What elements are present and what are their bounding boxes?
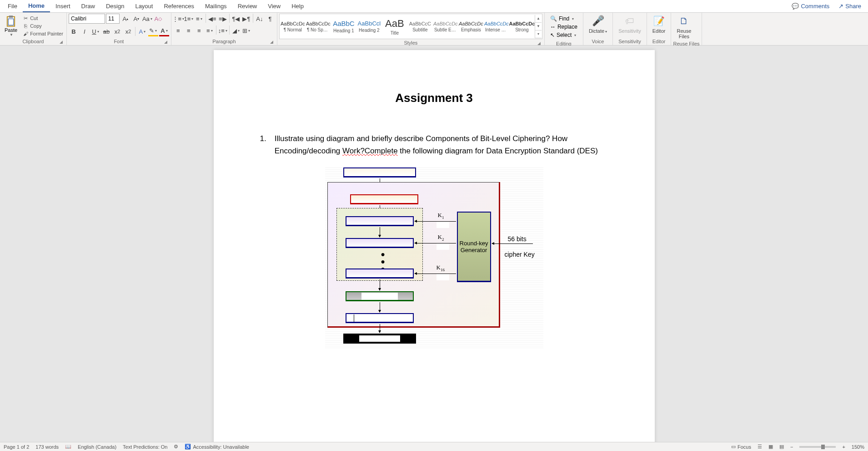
dictate-button[interactable]: 🎤 Dictate▾ <box>585 14 611 35</box>
superscript-button[interactable]: x2 <box>123 26 133 36</box>
bold-button[interactable]: B <box>69 26 79 36</box>
group-editor: 📝 Editor Editor <box>647 13 672 45</box>
show-marks-button[interactable]: ¶ <box>265 14 275 24</box>
style-item-5[interactable]: AaBbCcCSubtitle <box>407 15 433 38</box>
gallery-up[interactable]: ▲ <box>535 15 542 23</box>
shading-button[interactable]: ◢▾ <box>231 25 241 35</box>
reuse-icon: 🗋 <box>677 15 690 27</box>
select-button[interactable]: ↖Select▾ <box>548 31 578 39</box>
styles-gallery: AaBbCcDc¶ NormalAaBbCcDc¶ No Spac...AaBb… <box>279 14 542 39</box>
brush-icon: 🖌 <box>22 30 29 37</box>
cut-button[interactable]: ✂Cut <box>21 15 65 22</box>
find-button[interactable]: 🔍Find▾ <box>548 15 576 23</box>
line-spacing-button[interactable]: ↕≡▾ <box>218 25 228 35</box>
comments-button[interactable]: 💬Comments <box>787 1 834 11</box>
style-item-7[interactable]: AaBbCcDcEmphasis <box>458 15 484 38</box>
group-clipboard: Paste ▼ ✂Cut ⎘Copy 🖌Format Painter Clipb… <box>0 13 67 45</box>
tab-draw[interactable]: Draw <box>76 0 100 12</box>
tab-design[interactable]: Design <box>100 0 130 12</box>
subscript-button[interactable]: x2 <box>112 26 122 36</box>
decrease-indent-button[interactable]: ◀≡ <box>207 14 217 24</box>
ltr-button[interactable]: ¶◀ <box>231 14 241 24</box>
borders-button[interactable]: ⊞▾ <box>241 25 251 35</box>
italic-button[interactable]: I <box>80 26 90 36</box>
multilevel-icon: ≡ <box>196 15 200 22</box>
style-item-8[interactable]: AaBbCcDcIntense E... <box>484 15 509 38</box>
style-item-4[interactable]: AaBTitle <box>382 15 407 38</box>
font-name-select[interactable] <box>69 14 105 24</box>
bullets-button[interactable]: ⋮≡▾ <box>173 14 183 24</box>
styles-launcher[interactable]: ◢ <box>537 41 542 46</box>
text-effects-button[interactable]: A▾ <box>137 26 147 36</box>
tab-insert[interactable]: Insert <box>50 0 76 12</box>
tab-home[interactable]: Home <box>23 0 50 12</box>
align-left-button[interactable]: ≡ <box>173 25 183 35</box>
search-icon: 🔍 <box>550 15 557 22</box>
style-item-0[interactable]: AaBbCcDc¶ Normal <box>280 15 306 38</box>
gallery-more[interactable]: ▾ <box>535 30 542 38</box>
group-voice: 🎤 Dictate▾ Voice <box>583 13 613 45</box>
sensitivity-icon: 🏷 <box>623 15 636 27</box>
ribbon: Paste ▼ ✂Cut ⎘Copy 🖌Format Painter Clipb… <box>0 13 868 46</box>
ribbon-tabs: File Home Insert Draw Design Layout Refe… <box>0 0 868 13</box>
justify-button[interactable]: ≡▾ <box>205 25 215 35</box>
align-center-button[interactable]: ≡ <box>184 25 194 35</box>
comment-icon: 💬 <box>792 3 799 10</box>
copy-icon: ⎘ <box>22 23 29 29</box>
underline-button[interactable]: U▾ <box>90 26 100 36</box>
tab-mailings[interactable]: Mailings <box>200 0 232 12</box>
font-size-select[interactable] <box>106 14 120 24</box>
tab-help[interactable]: Help <box>286 0 309 12</box>
multilevel-button[interactable]: ≡▾ <box>194 14 204 24</box>
chevron-down-icon: ▼ <box>10 33 13 37</box>
rtl-button[interactable]: ▶¶ <box>241 14 251 24</box>
style-item-2[interactable]: AaBbCHeading 1 <box>331 15 356 38</box>
font-launcher[interactable]: ◢ <box>164 40 168 44</box>
gallery-down[interactable]: ▼ <box>535 23 542 30</box>
bullets-icon: ⋮≡ <box>172 15 182 22</box>
style-item-3[interactable]: AaBbCclHeading 2 <box>356 15 382 38</box>
group-reuse: 🗋 Reuse Files Reuse Files <box>671 13 702 45</box>
group-paragraph: ⋮≡▾ 1≡▾ ≡▾ ◀≡ ≡▶ ¶◀ ▶¶ A↓ ¶ ≡ ≡ ≡ ≡▾ ↕≡▾ <box>171 13 277 45</box>
sensitivity-button[interactable]: 🏷 Sensitivity <box>615 14 645 35</box>
group-editing: 🔍Find▾ ↔Replace ↖Select▾ Editing <box>545 13 583 45</box>
style-item-1[interactable]: AaBbCcDc¶ No Spac... <box>306 15 331 38</box>
font-color-button[interactable]: A▾ <box>159 26 169 36</box>
highlight-button[interactable]: ✎▾ <box>148 26 158 36</box>
replace-button[interactable]: ↔Replace <box>548 23 579 31</box>
grow-font-button[interactable]: A▴ <box>120 14 130 24</box>
format-painter-button[interactable]: 🖌Format Painter <box>21 30 65 37</box>
copy-button[interactable]: ⎘Copy <box>21 22 65 30</box>
group-styles: AaBbCcDc¶ NormalAaBbCcDc¶ No Spac...AaBb… <box>277 13 545 45</box>
align-right-button[interactable]: ≡ <box>194 25 204 35</box>
replace-icon: ↔ <box>550 24 556 30</box>
sort-button[interactable]: A↓ <box>255 14 265 24</box>
increase-indent-button[interactable]: ≡▶ <box>218 14 228 24</box>
numbering-button[interactable]: 1≡▾ <box>184 14 194 24</box>
paste-icon <box>5 15 17 27</box>
tab-view[interactable]: View <box>262 0 286 12</box>
svg-rect-2 <box>8 19 14 25</box>
shrink-font-button[interactable]: A▾ <box>131 14 141 24</box>
editor-button[interactable]: 📝 Editor <box>649 14 669 35</box>
style-item-9[interactable]: AaBbCcDcStrong <box>509 15 535 38</box>
tab-layout[interactable]: Layout <box>130 0 158 12</box>
clipboard-launcher[interactable]: ◢ <box>59 40 64 44</box>
scissors-icon: ✂ <box>22 15 29 21</box>
paragraph-launcher[interactable]: ◢ <box>270 40 274 44</box>
mic-icon: 🎤 <box>592 15 604 27</box>
tab-review[interactable]: Review <box>232 0 263 12</box>
strike-button[interactable]: ab <box>101 26 111 36</box>
group-sensitivity: 🏷 Sensitivity Sensitivity <box>613 13 647 45</box>
numbering-icon: 1≡ <box>184 15 191 22</box>
share-button[interactable]: ↗Share <box>834 1 866 11</box>
reuse-files-button[interactable]: 🗋 Reuse Files <box>673 14 695 40</box>
tab-file[interactable]: File <box>2 0 23 12</box>
cursor-icon: ↖ <box>550 32 555 38</box>
paste-button[interactable]: Paste ▼ <box>2 14 20 38</box>
clear-format-button[interactable]: A◇ <box>153 14 163 24</box>
editor-icon: 📝 <box>652 15 665 27</box>
change-case-button[interactable]: Aa▾ <box>142 14 152 24</box>
tab-references[interactable]: References <box>158 0 199 12</box>
style-item-6[interactable]: AaBbCcDcSubtle Em... <box>433 15 458 38</box>
